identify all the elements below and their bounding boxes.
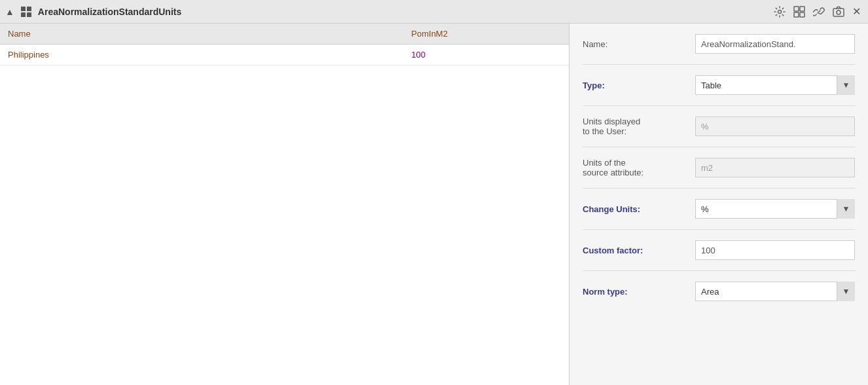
- type-label: Type:: [583, 81, 687, 90]
- right-panel: Name: Type: Table Query View ▼ Units dis…: [570, 24, 868, 385]
- column-pominm2-header: PomInM2: [398, 24, 569, 45]
- change-units-label: Change Units:: [583, 204, 687, 214]
- name-input[interactable]: [695, 34, 855, 54]
- type-select-wrapper: Table Query View ▼: [695, 75, 855, 95]
- data-table: Name PomInM2 Philippines 100: [0, 24, 569, 65]
- prop-row-custom-factor: Custom factor:: [583, 240, 855, 260]
- prop-row-units-source: Units of thesource attribute:: [583, 158, 855, 177]
- window-title: AreaNormalizationStandardUnits: [38, 7, 767, 17]
- divider-3: [583, 147, 855, 147]
- prop-row-type: Type: Table Query View ▼: [583, 75, 855, 95]
- svg-rect-3: [27, 12, 31, 17]
- svg-rect-2: [21, 12, 26, 17]
- norm-type-label: Norm type:: [583, 287, 687, 297]
- link-button[interactable]: [811, 4, 827, 20]
- name-label: Name:: [583, 39, 687, 49]
- divider-2: [583, 105, 855, 106]
- custom-factor-input[interactable]: [695, 240, 855, 260]
- prop-row-units-display: Units displayedto the User:: [583, 117, 855, 136]
- svg-rect-0: [21, 7, 26, 11]
- svg-rect-1: [27, 7, 31, 11]
- camera-button[interactable]: [831, 4, 846, 20]
- table-header: Name PomInM2: [0, 24, 569, 45]
- units-source-input: [695, 158, 855, 177]
- divider-5: [583, 229, 855, 230]
- table-body: Philippines 100: [0, 45, 569, 65]
- cell-pominm2: 100: [398, 45, 569, 65]
- svg-rect-5: [794, 7, 799, 11]
- divider-4: [583, 188, 855, 189]
- svg-rect-6: [800, 7, 805, 11]
- close-button[interactable]: ✕: [850, 3, 863, 20]
- change-units-select-wrapper: % m2 ft2 km2 ▼: [695, 199, 855, 219]
- svg-point-4: [778, 10, 782, 13]
- svg-point-10: [837, 10, 841, 14]
- table-icon: [20, 5, 33, 18]
- norm-type-select-wrapper: Area Volume Count ▼: [695, 282, 855, 301]
- custom-factor-label: Custom factor:: [583, 246, 687, 255]
- units-display-input: [695, 117, 855, 136]
- units-display-label: Units displayedto the User:: [583, 117, 687, 136]
- svg-rect-9: [833, 9, 844, 16]
- settings-button[interactable]: [772, 4, 787, 20]
- title-bar-actions: ✕: [772, 3, 863, 20]
- divider-1: [583, 64, 855, 65]
- prop-row-name: Name:: [583, 34, 855, 54]
- title-bar: ▲ AreaNormalizationStandardUnits: [0, 0, 868, 24]
- change-units-select[interactable]: % m2 ft2 km2: [695, 199, 855, 219]
- collapse-button[interactable]: ▲: [5, 7, 14, 17]
- svg-rect-7: [794, 12, 799, 17]
- export-button[interactable]: [791, 4, 807, 20]
- units-source-label: Units of thesource attribute:: [583, 158, 687, 177]
- cell-name: Philippines: [0, 45, 398, 65]
- norm-type-select[interactable]: Area Volume Count: [695, 282, 855, 301]
- left-panel: Name PomInM2 Philippines 100: [0, 24, 570, 385]
- column-name-header: Name: [0, 24, 398, 45]
- table-row[interactable]: Philippines 100: [0, 45, 569, 65]
- svg-rect-8: [800, 12, 805, 17]
- prop-row-change-units: Change Units: % m2 ft2 km2 ▼: [583, 199, 855, 219]
- main-content: Name PomInM2 Philippines 100 Name: Type:: [0, 24, 868, 385]
- prop-row-norm-type: Norm type: Area Volume Count ▼: [583, 282, 855, 301]
- divider-6: [583, 270, 855, 271]
- type-select[interactable]: Table Query View: [695, 75, 855, 95]
